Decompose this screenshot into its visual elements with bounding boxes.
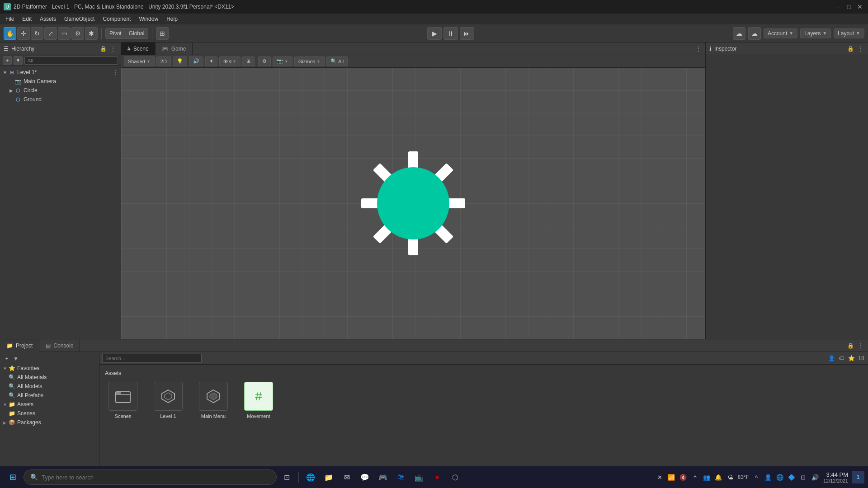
task-view-button[interactable]: ⊡ xyxy=(278,469,295,485)
scene-visibility-button[interactable]: 👁 0 ▼ xyxy=(219,56,241,66)
app-taskbar-button[interactable]: ● xyxy=(429,469,445,485)
project-packages-item[interactable]: ▶ 📦 Packages xyxy=(0,418,99,427)
tray-icon-9[interactable]: 🔷 xyxy=(787,473,796,482)
hierarchy-add-more-button[interactable]: ▼ xyxy=(14,56,23,65)
scene-tab-game[interactable]: 🎮 Game xyxy=(156,42,193,55)
scene-viewport[interactable] xyxy=(121,68,705,339)
mail-taskbar-button[interactable]: ✉ xyxy=(339,469,355,485)
menu-edit[interactable]: Edit xyxy=(19,15,35,23)
scale-tool-button[interactable]: ⤢ xyxy=(44,27,57,40)
transform-mode-btn[interactable]: ⚙ xyxy=(258,56,271,66)
edge-taskbar-button[interactable]: 🌐 xyxy=(302,469,319,485)
lights-button[interactable]: 💡 xyxy=(173,56,187,66)
scene-more-button[interactable]: ⋮ xyxy=(694,45,703,53)
tray-icon-1[interactable]: ✕ xyxy=(655,473,664,482)
tray-icon-5[interactable]: 🔔 xyxy=(714,473,723,482)
asset-item-scenes[interactable]: Scenes xyxy=(105,382,141,419)
tray-icon-11[interactable]: 🔊 xyxy=(811,473,820,482)
project-all-models[interactable]: 🔍 All Models xyxy=(5,382,99,391)
move-tool-button[interactable]: ✛ xyxy=(17,27,30,40)
scene-tab-scene[interactable]: # Scene xyxy=(121,42,156,55)
project-all-materials[interactable]: 🔍 All Materials xyxy=(5,373,99,382)
maximize-button[interactable]: □ xyxy=(844,2,854,11)
account-dropdown[interactable]: Account ▼ xyxy=(764,28,797,38)
menu-help[interactable]: Help xyxy=(163,15,181,23)
asset-filter-visibility-button[interactable]: 18 xyxy=(857,354,865,362)
store-taskbar-button[interactable]: 🛍 xyxy=(393,469,409,485)
close-button[interactable]: ✕ xyxy=(855,2,864,11)
menu-component[interactable]: Component xyxy=(99,15,134,23)
project-add-button[interactable]: + xyxy=(3,355,11,363)
asset-favorite-button[interactable]: ⭐ xyxy=(847,354,855,362)
hierarchy-item-more-button[interactable]: ⋮ xyxy=(113,69,119,76)
grid-tool-button[interactable]: ⊞ xyxy=(156,27,169,40)
tray-icon-7[interactable]: 👤 xyxy=(764,473,773,482)
asset-item-main-menu[interactable]: Main Menu xyxy=(195,382,231,419)
tray-icon-3[interactable]: 🔇 xyxy=(679,473,688,482)
project-assets-item[interactable]: ▼ 📁 Assets xyxy=(0,400,99,409)
inspector-more-button[interactable]: ⋮ xyxy=(856,45,864,53)
hierarchy-item-ground[interactable]: ⬡ Ground xyxy=(6,95,121,104)
hierarchy-item-main-camera[interactable]: 📷 Main Camera xyxy=(6,77,121,86)
pivot-label[interactable]: Pivot xyxy=(106,28,125,38)
project-favorites-item[interactable]: ▼ ⭐ Favorites xyxy=(0,364,99,373)
tray-icon-8[interactable]: 🌐 xyxy=(775,473,784,482)
effects-button[interactable]: ✦ xyxy=(205,56,217,66)
tray-weather-icon[interactable]: 🌤 xyxy=(726,473,735,482)
play-button[interactable]: ▶ xyxy=(427,27,442,40)
tray-icon-2[interactable]: 📶 xyxy=(667,473,676,482)
project-tab[interactable]: 📁 Project xyxy=(0,339,39,352)
project-add-more-button[interactable]: ▼ xyxy=(12,355,20,363)
pause-button[interactable]: ⏸ xyxy=(443,27,458,40)
discord-taskbar-button[interactable]: 💬 xyxy=(357,469,373,485)
all-filter-dropdown[interactable]: 🔍 All xyxy=(326,56,348,66)
rect-tool-button[interactable]: ▭ xyxy=(58,27,71,40)
hierarchy-item-circle[interactable]: ▶ ⬡ Circle xyxy=(6,86,121,95)
tray-people-icon[interactable]: 👥 xyxy=(702,473,711,482)
start-button[interactable]: ⊞ xyxy=(4,468,22,486)
taskbar-search-bar[interactable]: 🔍 xyxy=(24,469,277,485)
bottom-more-button[interactable]: ⋮ xyxy=(856,342,864,350)
audio-button[interactable]: 🔊 xyxy=(189,56,203,66)
step-button[interactable]: ⏭ xyxy=(460,27,474,40)
asset-item-level1[interactable]: Level 1 xyxy=(150,382,186,419)
rotate-tool-button[interactable]: ↻ xyxy=(31,27,43,40)
project-scenes-item[interactable]: 📁 Scenes xyxy=(5,409,99,418)
menu-assets[interactable]: Assets xyxy=(36,15,60,23)
asset-item-movement[interactable]: # Movement xyxy=(241,382,277,419)
project-all-prefabs[interactable]: 🔍 All Prefabs xyxy=(5,391,99,400)
notification-button[interactable]: 1 xyxy=(852,471,864,483)
collab-button[interactable]: ☁ xyxy=(748,27,761,40)
console-tab[interactable]: ▤ Console xyxy=(39,339,80,352)
hierarchy-more-button[interactable]: ⋮ xyxy=(109,45,117,53)
hierarchy-lock-button[interactable]: 🔒 xyxy=(99,45,107,53)
inspector-lock-button[interactable]: 🔒 xyxy=(846,45,854,53)
game-taskbar-button[interactable]: 🎮 xyxy=(375,469,391,485)
twitch-taskbar-button[interactable]: 📺 xyxy=(411,469,427,485)
hand-tool-button[interactable]: ✋ xyxy=(4,27,16,40)
asset-filter-by-label-button[interactable]: 🏷 xyxy=(837,354,845,362)
taskbar-search-input[interactable] xyxy=(42,474,270,481)
layout-dropdown[interactable]: Layout ▼ xyxy=(834,28,864,38)
layers-dropdown[interactable]: Layers ▼ xyxy=(800,28,831,38)
bottom-lock-button[interactable]: 🔒 xyxy=(846,342,854,350)
explorer-taskbar-button[interactable]: 📁 xyxy=(321,469,337,485)
hierarchy-item-level1[interactable]: ▼ ⊞ Level 1* ⋮ xyxy=(0,68,121,77)
2d-button[interactable]: 2D xyxy=(156,56,171,66)
tray-icon-10[interactable]: ⊡ xyxy=(799,473,808,482)
asset-search-input[interactable] xyxy=(102,354,202,363)
transform-tool-button[interactable]: ⚙ xyxy=(71,27,84,40)
tray-icon-4[interactable]: ^ xyxy=(690,473,699,482)
menu-file[interactable]: File xyxy=(2,15,18,23)
gizmos-dropdown[interactable]: Gizmos ▼ xyxy=(294,56,325,66)
camera-dropdown[interactable]: 📷 ▼ xyxy=(273,56,292,66)
unity-taskbar-button[interactable]: ⬡ xyxy=(447,469,463,485)
tray-icon-6[interactable]: ^ xyxy=(752,473,761,482)
shading-dropdown[interactable]: Shaded ▼ xyxy=(124,56,155,66)
system-clock[interactable]: 3:44 PM 12/12/2021 xyxy=(823,471,848,483)
menu-window[interactable]: Window xyxy=(135,15,162,23)
cloud-build-button[interactable]: ☁ xyxy=(733,27,745,40)
minimize-button[interactable]: ─ xyxy=(834,2,843,11)
asset-filter-by-type-button[interactable]: 👤 xyxy=(827,354,835,362)
custom-tool-button[interactable]: ✱ xyxy=(85,27,98,40)
